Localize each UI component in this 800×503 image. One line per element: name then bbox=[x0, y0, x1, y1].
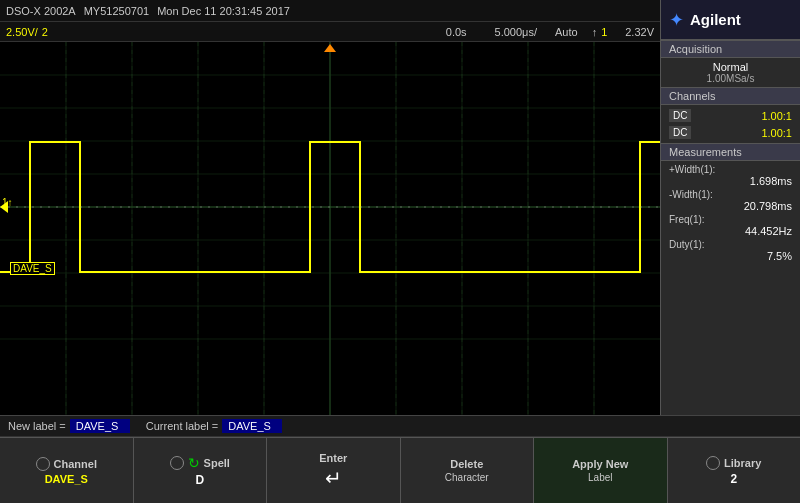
right-panel: ✦ Agilent Acquisition Normal 1.00MSa/s C… bbox=[660, 0, 800, 415]
apply-button-label: Apply New bbox=[572, 458, 628, 470]
acquisition-title: Acquisition bbox=[661, 40, 800, 58]
current-label-value: DAVE_S bbox=[222, 419, 282, 433]
spell-button[interactable]: ↻ Spell D bbox=[134, 438, 268, 503]
acquisition-section: Acquisition Normal 1.00MSa/s bbox=[661, 40, 800, 87]
new-label-value: DAVE_S bbox=[70, 419, 130, 433]
voltage-level: 2.32V bbox=[625, 26, 654, 38]
measurements-title: Measurements bbox=[661, 143, 800, 161]
bottom-toolbar: Channel DAVE_S ↻ Spell D Enter ↵ Delete … bbox=[0, 437, 800, 503]
channel-button-sub: DAVE_S bbox=[45, 473, 88, 485]
apply-new-label-button[interactable]: Apply New Label bbox=[534, 438, 668, 503]
current-label-prefix: Current label = bbox=[146, 420, 218, 432]
meas3-row: Freq(1): 44.452Hz bbox=[669, 213, 792, 238]
library-circle-icon bbox=[706, 456, 720, 470]
time-div: 5.000μs/ bbox=[495, 26, 537, 38]
scope-scale-row: 2.50V/ 2 0.0s 5.000μs/ Auto ↑ 1 2.32V bbox=[0, 22, 660, 42]
ch1-row: DC 1.00:1 bbox=[669, 107, 792, 124]
delete-char-button[interactable]: Delete Character bbox=[401, 438, 535, 503]
ch2-coupling-label: DC bbox=[669, 126, 691, 139]
meas2-row: -Width(1): 20.798ms bbox=[669, 188, 792, 213]
trigger-mode: Auto bbox=[555, 26, 578, 38]
channels-title: Channels bbox=[661, 87, 800, 105]
channels-section: Channels DC 1.00:1 DC 1.00:1 bbox=[661, 87, 800, 143]
agilent-header: ✦ Agilent bbox=[661, 0, 800, 40]
meas4-label: Duty(1): bbox=[669, 239, 792, 250]
ch1-marker-label: 1↑ bbox=[2, 197, 13, 208]
meas3-value: 44.452Hz bbox=[669, 225, 792, 237]
apply-button-sub: Label bbox=[588, 472, 612, 483]
spell-button-sub: D bbox=[195, 473, 204, 487]
new-label-prefix: New label = bbox=[8, 420, 66, 432]
trigger-level: 1 bbox=[601, 26, 607, 38]
meas2-label: -Width(1): bbox=[669, 189, 792, 200]
acq-mode: Normal bbox=[669, 61, 792, 73]
spell-refresh-icon: ↻ bbox=[188, 455, 200, 471]
waveform-svg bbox=[0, 42, 660, 415]
meas4-row: Duty(1): 7.5% bbox=[669, 238, 792, 263]
trigger-icon: ↑ bbox=[592, 26, 598, 38]
channel-button[interactable]: Channel DAVE_S bbox=[0, 438, 134, 503]
acq-rate: 1.00MSa/s bbox=[669, 73, 792, 84]
ch1-scale: 2.50V/ bbox=[6, 26, 38, 38]
scope-main: DAVE_S 1↑ bbox=[0, 42, 660, 415]
channel-circle-icon bbox=[36, 457, 50, 471]
enter-button[interactable]: Enter ↵ bbox=[267, 438, 401, 503]
current-label-field: Current label = DAVE_S bbox=[146, 419, 282, 433]
agilent-logo-icon: ✦ bbox=[669, 9, 684, 31]
delete-button-sub: Character bbox=[445, 472, 489, 483]
device-serial: MY51250701 bbox=[84, 5, 149, 17]
meas4-value: 7.5% bbox=[669, 250, 792, 262]
enter-button-label: Enter bbox=[319, 452, 347, 464]
library-button[interactable]: Library 2 bbox=[668, 438, 801, 503]
ch1-ratio: 1.00:1 bbox=[761, 110, 792, 122]
waveform-dave-label: DAVE_S bbox=[10, 262, 55, 275]
library-button-label: Library bbox=[724, 457, 761, 469]
ch2-ratio: 1.00:1 bbox=[761, 127, 792, 139]
spell-circle-icon bbox=[170, 456, 184, 470]
meas2-value: 20.798ms bbox=[669, 200, 792, 212]
time-position: 0.0s bbox=[446, 26, 467, 38]
meas1-row: +Width(1): 1.698ms bbox=[669, 163, 792, 188]
ch2-label: 2 bbox=[42, 26, 48, 38]
channel-button-label: Channel bbox=[54, 458, 97, 470]
spell-button-label: Spell bbox=[204, 457, 230, 469]
meas1-value: 1.698ms bbox=[669, 175, 792, 187]
measurements-section: Measurements +Width(1): 1.698ms -Width(1… bbox=[661, 143, 800, 265]
agilent-brand: Agilent bbox=[690, 11, 741, 28]
meas1-label: +Width(1): bbox=[669, 164, 792, 175]
library-button-sub: 2 bbox=[730, 472, 737, 486]
ch1-coupling-label: DC bbox=[669, 109, 691, 122]
delete-button-label: Delete bbox=[450, 458, 483, 470]
ch2-row: DC 1.00:1 bbox=[669, 124, 792, 141]
new-label-field: New label = DAVE_S bbox=[8, 419, 130, 433]
device-model: DSO-X 2002A bbox=[6, 5, 76, 17]
meas3-label: Freq(1): bbox=[669, 214, 792, 225]
device-timestamp: Mon Dec 11 20:31:45 2017 bbox=[157, 5, 290, 17]
label-bar: New label = DAVE_S Current label = DAVE_… bbox=[0, 415, 800, 437]
enter-arrow-icon: ↵ bbox=[325, 466, 342, 490]
